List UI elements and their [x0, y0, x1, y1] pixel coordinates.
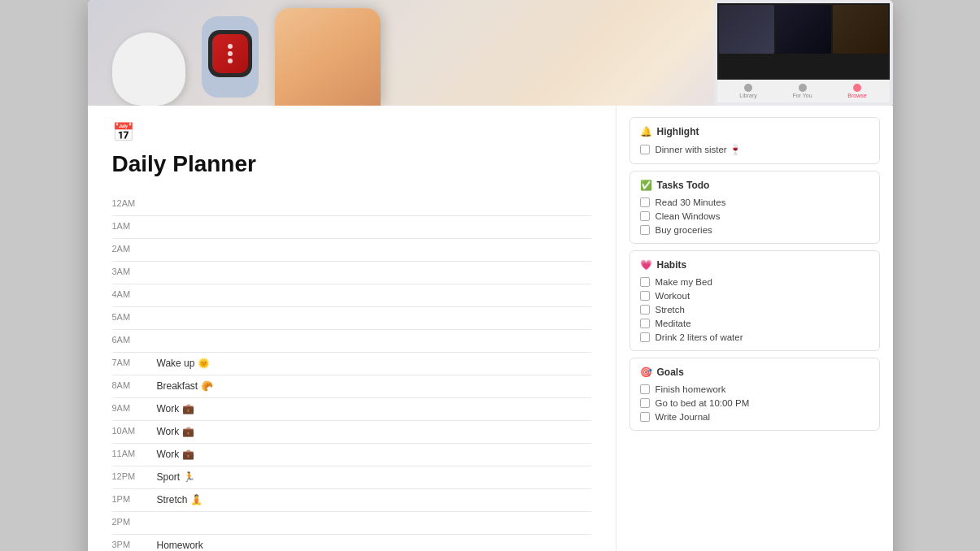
list-item[interactable]: Clean Windows [640, 211, 869, 221]
checkbox[interactable] [640, 145, 650, 154]
time-label: 1PM [112, 492, 157, 504]
watch-screen [212, 34, 248, 73]
list-item[interactable]: Finish homework [640, 384, 869, 394]
time-label: 4AM [112, 288, 157, 299]
time-label: 8AM [112, 379, 157, 390]
time-content: Work 💼 [157, 401, 194, 414]
checkbox[interactable] [640, 277, 650, 287]
time-slot: 1PMStretch 🧘 [112, 489, 591, 512]
tasks-widget: ✅ Tasks Todo Read 30 MinutesClean Window… [629, 171, 880, 244]
list-item[interactable]: Make my Bed [640, 277, 869, 287]
habits-header: 💗 Habits [640, 259, 869, 271]
item-label: Dinner with sister 🍷 [656, 144, 741, 155]
time-label: 1AM [112, 219, 157, 231]
tasks-title: Tasks Todo [657, 180, 710, 191]
time-content: Work 💼 [157, 424, 194, 437]
checkbox[interactable] [640, 197, 650, 207]
list-item[interactable]: Workout [640, 291, 869, 301]
album-1 [719, 5, 774, 54]
time-slot: 6AM [112, 330, 591, 353]
highlight-widget: 🔔 Highlight Dinner with sister 🍷 [629, 117, 880, 164]
tablet-nav-library: Library [739, 84, 756, 98]
calendar-icon: 📅 [112, 122, 591, 143]
time-label: 12PM [112, 470, 157, 481]
time-label: 3AM [112, 265, 157, 276]
time-slot: 8AMBreakfast 🥐 [112, 375, 591, 398]
list-item[interactable]: Read 30 Minutes [640, 197, 869, 207]
watch-face [208, 30, 252, 77]
time-slot: 4AM [112, 284, 591, 307]
time-content: Wake up 🌞 [157, 356, 210, 369]
item-label: Buy groceries [656, 225, 712, 235]
item-label: Stretch [656, 305, 685, 315]
album-2 [776, 5, 831, 54]
time-label: 12AM [112, 197, 157, 208]
highlight-items: Dinner with sister 🍷 [640, 144, 869, 155]
checkbox[interactable] [640, 211, 650, 221]
airpods-device [112, 33, 185, 106]
list-item[interactable]: Drink 2 liters of water [640, 332, 869, 342]
highlight-icon: 🔔 [640, 126, 652, 137]
list-item[interactable]: Write Journal [640, 412, 869, 422]
habits-title: Habits [657, 259, 687, 271]
item-label: Meditate [656, 319, 691, 328]
item-label: Make my Bed [656, 277, 712, 287]
checkbox[interactable] [640, 305, 650, 315]
tasks-icon: ✅ [640, 180, 652, 191]
list-item[interactable]: Go to bed at 10:00 PM [640, 398, 869, 408]
iphone-device [275, 8, 381, 106]
goals-header: 🎯 Goals [640, 367, 869, 378]
checkbox[interactable] [640, 412, 650, 422]
tablet-screen: Library For You Browse [717, 3, 890, 102]
goals-widget: 🎯 Goals Finish homeworkGo to bed at 10:0… [629, 358, 880, 431]
time-label: 5AM [112, 310, 157, 322]
item-label: Drink 2 liters of water [656, 332, 743, 342]
album-3 [833, 5, 888, 54]
list-item[interactable]: Stretch [640, 305, 869, 315]
goals-icon: 🎯 [640, 367, 652, 378]
tablet-device: Library For You Browse [714, 0, 893, 106]
time-content: Sport 🏃 [157, 470, 195, 483]
time-slot: 10AMWork 💼 [112, 421, 591, 444]
tablet-albums [717, 3, 890, 80]
tablet-nav-foryou: For You [792, 84, 812, 98]
item-label: Write Journal [656, 412, 711, 422]
left-panel: 📅 Daily Planner 12AM1AM2AM3AM4AM5AM6AM7A… [88, 106, 616, 551]
time-slot: 12PMSport 🏃 [112, 466, 591, 489]
habits-icon: 💗 [640, 259, 652, 271]
time-slot: 5AM [112, 307, 591, 330]
time-slot: 7AMWake up 🌞 [112, 353, 591, 375]
page-container: Library For You Browse [88, 0, 893, 551]
checkbox[interactable] [640, 398, 650, 408]
time-label: 11AM [112, 447, 157, 458]
list-item[interactable]: Buy groceries [640, 225, 869, 235]
list-item[interactable]: Dinner with sister 🍷 [640, 144, 869, 155]
habits-widget: 💗 Habits Make my BedWorkoutStretchMedita… [629, 250, 880, 351]
content-area: 📅 Daily Planner 12AM1AM2AM3AM4AM5AM6AM7A… [88, 106, 893, 551]
time-label: 2AM [112, 242, 157, 254]
checkbox[interactable] [640, 291, 650, 301]
time-slot: 3AM [112, 262, 591, 284]
item-label: Clean Windows [656, 211, 721, 221]
tasks-header: ✅ Tasks Todo [640, 180, 869, 191]
tablet-nav-browse: Browse [847, 84, 866, 98]
item-label: Finish homework [656, 384, 726, 394]
goals-title: Goals [657, 367, 684, 378]
time-label: 9AM [112, 401, 157, 413]
checkbox[interactable] [640, 332, 650, 342]
list-item[interactable]: Meditate [640, 319, 869, 328]
tablet-nav: Library For You Browse [717, 80, 890, 102]
checkbox[interactable] [640, 225, 650, 235]
time-slot: 12AM [112, 193, 591, 216]
time-label: 3PM [112, 538, 157, 549]
time-slot: 9AMWork 💼 [112, 398, 591, 421]
goals-items: Finish homeworkGo to bed at 10:00 PMWrit… [640, 384, 869, 422]
header-image: Library For You Browse [88, 0, 893, 106]
right-panel: 🔔 Highlight Dinner with sister 🍷 ✅ Tasks… [616, 106, 893, 551]
item-label: Go to bed at 10:00 PM [656, 398, 750, 408]
checkbox[interactable] [640, 319, 650, 328]
checkbox[interactable] [640, 384, 650, 394]
time-slot: 3PMHomework [112, 535, 591, 551]
time-slot: 11AMWork 💼 [112, 444, 591, 466]
item-label: Read 30 Minutes [656, 197, 726, 207]
